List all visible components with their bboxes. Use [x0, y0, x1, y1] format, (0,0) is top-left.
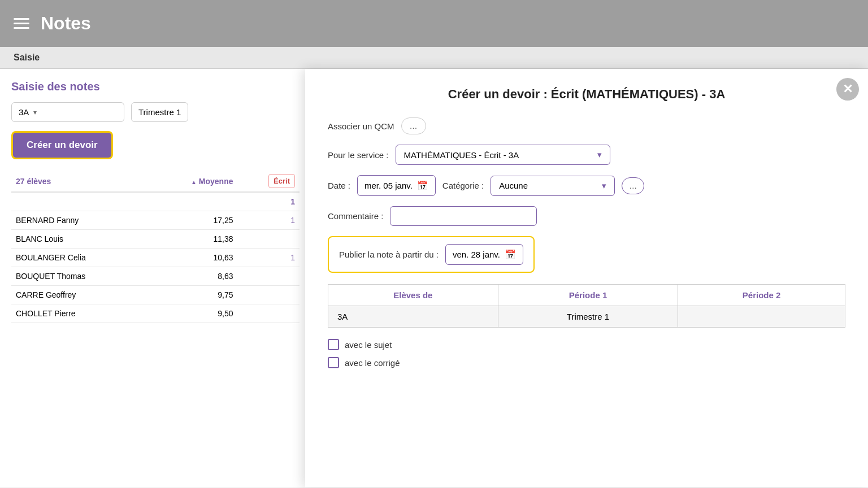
- eleves-periode2: [678, 306, 845, 328]
- student-moyenne: 17,25: [149, 211, 237, 230]
- categorie-label: Catégorie :: [442, 181, 484, 190]
- service-row: Pour le service : MATHÉMATIQUES - Écrit …: [328, 145, 845, 165]
- service-select[interactable]: MATHÉMATIQUES - Écrit - 3A ▾: [396, 145, 610, 165]
- trimestre-select[interactable]: Trimestre 1: [131, 102, 188, 122]
- close-button[interactable]: ✕: [836, 78, 859, 101]
- col-eleves-header: Elèves de: [328, 285, 498, 306]
- table-row: CHOLLET Pierre 9,50: [11, 304, 300, 323]
- student-name: CARRE Geoffrey: [11, 286, 149, 304]
- service-label: Pour le service :: [328, 150, 389, 160]
- top-header: Notes: [0, 0, 868, 47]
- publier-date-value: ven. 28 janv.: [453, 250, 500, 259]
- modal-title: Créer un devoir : Écrit (MATHÉMATIQUES) …: [328, 87, 845, 102]
- category-value: Aucune: [499, 181, 528, 190]
- hamburger-menu[interactable]: [14, 18, 29, 29]
- section-title: Saisie des notes: [11, 80, 300, 93]
- commentaire-label: Commentaire :: [328, 211, 383, 221]
- checkbox-sujet[interactable]: [328, 339, 339, 350]
- qcm-label: Associer un QCM: [328, 121, 394, 131]
- student-ecrit: [238, 286, 300, 304]
- student-name: BOUQUET Thomas: [11, 267, 149, 286]
- table-row: BOULANGER Celia 10,63 1: [11, 249, 300, 267]
- student-moyenne: 9,75: [149, 286, 237, 304]
- checkbox-corrige-label: avec le corrigé: [345, 358, 400, 368]
- col-eleves: 27 élèves: [11, 171, 149, 192]
- filter-row: 3A ▾ Trimestre 1: [11, 102, 300, 122]
- student-ecrit: 1: [238, 211, 300, 230]
- student-moyenne: 9,50: [149, 304, 237, 323]
- publier-date-field[interactable]: ven. 28 janv. 📅: [445, 244, 523, 265]
- col-periode2-header: Période 2: [678, 285, 845, 306]
- table-row: BOUQUET Thomas 8,63: [11, 267, 300, 286]
- left-panel: Saisie des notes 3A ▾ Trimestre 1 Créer …: [0, 69, 311, 487]
- class-select-value: 3A: [19, 107, 29, 117]
- chevron-down-icon: ▾: [602, 181, 606, 191]
- table-row: BLANC Louis 11,38: [11, 230, 300, 249]
- eleves-table: Elèves de Période 1 Période 2 3A Trimest…: [328, 284, 845, 328]
- table-row: BERNARD Fanny 17,25 1: [11, 211, 300, 230]
- publier-label: Publier la note à partir du :: [339, 250, 439, 259]
- checkbox-sujet-row: avec le sujet: [328, 339, 845, 350]
- service-value: MATHÉMATIQUES - Écrit - 3A: [404, 150, 519, 160]
- sort-arrow-icon: ▲: [191, 179, 197, 185]
- breadcrumb: Saisie: [0, 47, 868, 69]
- class-select[interactable]: 3A ▾: [11, 102, 124, 122]
- student-name: CHOLLET Pierre: [11, 304, 149, 323]
- col-moyenne: ▲ Moyenne: [149, 171, 237, 192]
- student-ecrit: [238, 230, 300, 249]
- student-name: BLANC Louis: [11, 230, 149, 249]
- checkbox-corrige-row: avec le corrigé: [328, 357, 845, 368]
- trimestre-select-value: Trimestre 1: [138, 107, 181, 117]
- eleves-row: 3A Trimestre 1: [328, 306, 845, 328]
- col-ecrit: Écrit: [238, 171, 300, 192]
- more-button[interactable]: …: [622, 177, 644, 194]
- date-label: Date :: [328, 181, 350, 190]
- date-value: mer. 05 janv.: [364, 181, 413, 190]
- student-name: BOULANGER Celia: [11, 249, 149, 267]
- qcm-row: Associer un QCM …: [328, 117, 845, 134]
- main-content: Saisie des notes 3A ▾ Trimestre 1 Créer …: [0, 69, 868, 487]
- date-field[interactable]: mer. 05 janv. 📅: [357, 175, 436, 196]
- student-moyenne: 11,38: [149, 230, 237, 249]
- commentaire-input[interactable]: [390, 206, 537, 226]
- student-ecrit: [238, 304, 300, 323]
- student-moyenne: 10,63: [149, 249, 237, 267]
- commentaire-row: Commentaire :: [328, 206, 845, 226]
- calendar-icon: 📅: [417, 180, 428, 191]
- calendar-icon: 📅: [505, 249, 516, 260]
- page-title: Notes: [41, 13, 91, 34]
- col-periode1-header: Période 1: [498, 285, 678, 306]
- checkbox-corrige[interactable]: [328, 357, 339, 368]
- category-select[interactable]: Aucune ▾: [491, 176, 615, 196]
- student-ecrit: [238, 267, 300, 286]
- student-name: BERNARD Fanny: [11, 211, 149, 230]
- grade-table: 27 élèves ▲ Moyenne Écrit 1 BERN: [11, 171, 300, 323]
- modal-panel: ✕ Créer un devoir : Écrit (MATHÉMATIQUES…: [305, 69, 868, 487]
- eleves-periode1: Trimestre 1: [498, 306, 678, 328]
- publish-row: Publier la note à partir du : ven. 28 ja…: [328, 236, 535, 273]
- date-categorie-row: Date : mer. 05 janv. 📅 Catégorie : Aucun…: [328, 175, 845, 196]
- eleves-class: 3A: [328, 306, 498, 328]
- chevron-down-icon: ▾: [33, 108, 37, 116]
- chevron-down-icon: ▾: [597, 150, 602, 160]
- student-moyenne: 8,63: [149, 267, 237, 286]
- creer-devoir-button[interactable]: Créer un devoir: [11, 131, 113, 159]
- table-row: CARRE Geoffrey 9,75: [11, 286, 300, 304]
- moyenne-sub: 1: [238, 192, 300, 211]
- student-ecrit: 1: [238, 249, 300, 267]
- checkbox-sujet-label: avec le sujet: [345, 340, 392, 350]
- qcm-button[interactable]: …: [401, 117, 426, 134]
